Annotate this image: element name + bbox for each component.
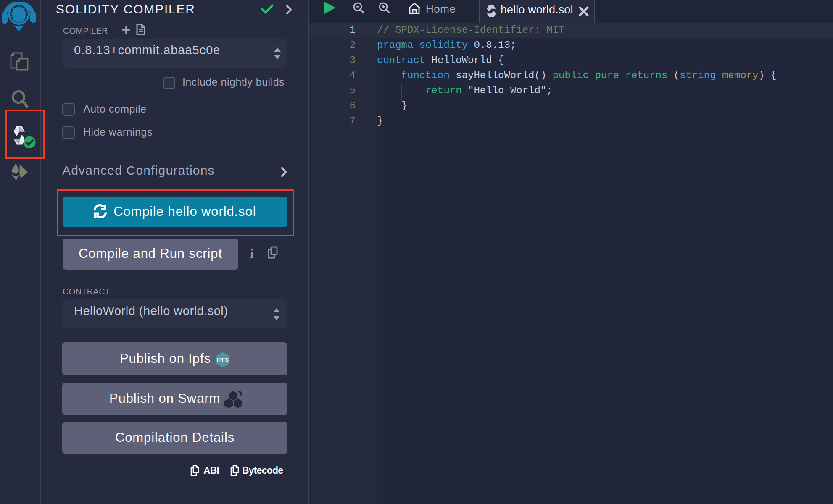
svg-text:IPFS: IPFS — [217, 357, 229, 363]
